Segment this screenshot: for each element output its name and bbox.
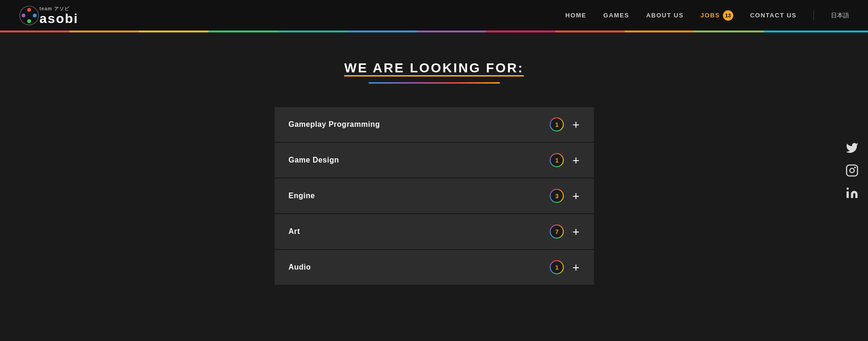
job-item-gameplay-programming[interactable]: Gameplay Programming 1 +	[275, 107, 594, 142]
expand-icon[interactable]: +	[572, 225, 579, 238]
expand-icon[interactable]: +	[572, 154, 579, 166]
job-title: Gameplay Programming	[289, 120, 380, 129]
nav-contact-us[interactable]: CONTACT US	[750, 12, 797, 19]
job-count-number: 3	[551, 190, 563, 202]
site-header: team アソビ asobi HOME GAMES ABOUT US JOBS …	[0, 0, 868, 31]
job-count-badge: 7	[550, 225, 564, 239]
expand-icon[interactable]: +	[572, 190, 579, 202]
job-count-badge: 1	[550, 153, 564, 167]
nav-language[interactable]: 日本語	[831, 11, 849, 20]
job-count-badge: 3	[550, 189, 564, 203]
job-item-engine[interactable]: Engine 3 +	[275, 178, 594, 213]
svg-point-2	[33, 14, 37, 17]
main-nav: HOME GAMES ABOUT US JOBS 13 CONTACT US 日…	[565, 10, 849, 21]
job-title: Game Design	[289, 156, 339, 164]
jobs-count-badge: 13	[723, 10, 733, 21]
job-right: 7 +	[550, 225, 579, 239]
svg-rect-5	[846, 165, 857, 176]
svg-point-1	[27, 8, 31, 12]
main-content: WE ARE LOOKING FOR: Gameplay Programming…	[0, 32, 868, 303]
title-underline	[369, 82, 500, 84]
nav-jobs-container: JOBS 13	[700, 10, 733, 21]
job-item-audio[interactable]: Audio 1 +	[275, 250, 594, 285]
job-right: 1 +	[550, 117, 579, 132]
social-sidebar	[845, 141, 859, 200]
job-count-number: 7	[551, 225, 563, 238]
section-title: WE ARE LOOKING FOR:	[344, 61, 524, 76]
job-count-number: 1	[551, 154, 563, 166]
job-right: 1 +	[550, 153, 579, 167]
job-count-badge: 1	[550, 260, 564, 274]
instagram-icon[interactable]	[845, 164, 859, 177]
svg-point-3	[27, 19, 31, 23]
job-count-badge: 1	[550, 117, 564, 132]
job-item-game-design[interactable]: Game Design 1 +	[275, 143, 594, 178]
linkedin-icon[interactable]	[845, 186, 859, 200]
job-title: Engine	[289, 192, 315, 200]
nav-home[interactable]: HOME	[565, 12, 586, 19]
job-count-number: 1	[551, 118, 563, 131]
job-count-number: 1	[551, 261, 563, 273]
expand-icon[interactable]: +	[572, 118, 579, 131]
logo-icon	[19, 5, 39, 26]
nav-divider	[814, 11, 814, 20]
job-right: 1 +	[550, 260, 579, 274]
expand-icon[interactable]: +	[572, 261, 579, 273]
svg-point-7	[854, 167, 856, 169]
svg-point-4	[22, 14, 25, 17]
logo[interactable]: team アソビ asobi	[19, 5, 78, 26]
nav-games[interactable]: GAMES	[603, 12, 629, 19]
job-title: Art	[289, 227, 300, 236]
job-title: Audio	[289, 263, 311, 271]
nav-about-us[interactable]: ABOUT US	[646, 12, 684, 19]
twitter-icon[interactable]	[845, 141, 859, 155]
job-item-art[interactable]: Art 7 +	[275, 214, 594, 249]
svg-point-8	[846, 187, 849, 190]
job-list: Gameplay Programming 1 + Game Design 1 +…	[275, 107, 594, 285]
job-right: 3 +	[550, 189, 579, 203]
svg-point-6	[850, 168, 854, 172]
nav-jobs[interactable]: JOBS	[700, 12, 720, 19]
logo-name-label: asobi	[39, 12, 78, 25]
